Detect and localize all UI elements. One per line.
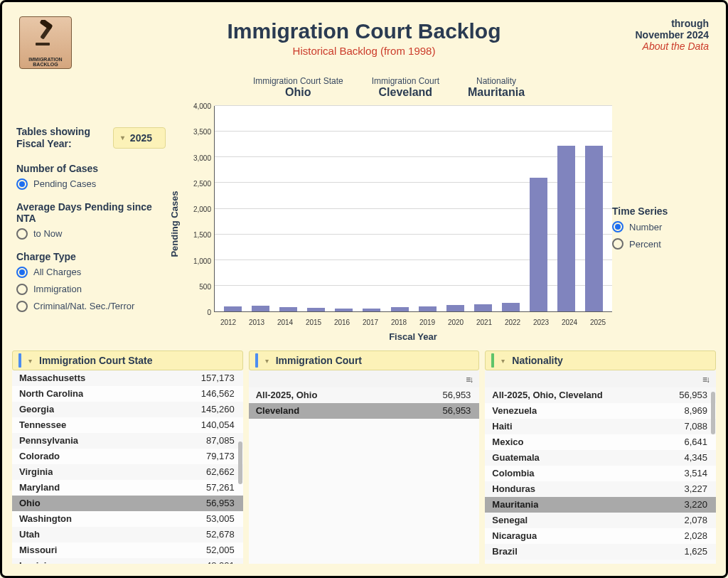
- x-tick: 2012: [214, 319, 242, 326]
- filter-nat-val: Mauritania: [468, 86, 525, 99]
- bar[interactable]: [252, 306, 269, 311]
- radio-to-now[interactable]: to Now: [16, 228, 166, 240]
- table-row[interactable]: Colombia3,514: [485, 466, 716, 481]
- table-row[interactable]: Guatemala4,345: [485, 450, 716, 466]
- data-date: November 2024: [635, 29, 709, 41]
- fiscal-year-select[interactable]: ▾ 2025: [113, 127, 166, 149]
- table-state-body[interactable]: Massachusetts157,173North Carolina146,56…: [12, 370, 243, 564]
- table-nationality-header[interactable]: ▾ Nationality: [485, 350, 716, 370]
- bar[interactable]: [391, 307, 409, 311]
- table-row[interactable]: Massachusetts157,173: [12, 370, 243, 386]
- bar[interactable]: [363, 309, 380, 311]
- radio-icon: [16, 301, 28, 312]
- row-name: All-2025, Ohio: [256, 390, 318, 400]
- row-name: Guatemala: [492, 452, 539, 463]
- table-row[interactable]: Pennsylvania87,085: [12, 433, 243, 449]
- header: IMMIGRATION BACKLOG Immigration Court Ba…: [2, 2, 726, 73]
- table-court-header[interactable]: ▾ Immigration Court: [249, 350, 480, 370]
- table-row[interactable]: Honduras3,227: [485, 481, 716, 497]
- table-row[interactable]: Colorado79,173: [12, 449, 243, 464]
- bar[interactable]: [419, 306, 437, 311]
- filter-state-val: Ohio: [253, 86, 343, 99]
- row-value: 57,261: [206, 482, 235, 493]
- radio-icon: [16, 228, 28, 240]
- table-row[interactable]: Senegal2,078: [485, 513, 716, 528]
- table-row[interactable]: Tennessee140,054: [12, 417, 243, 433]
- x-tick: 2024: [555, 319, 584, 326]
- row-name: Mexico: [492, 437, 523, 447]
- bar[interactable]: [279, 307, 297, 312]
- bar[interactable]: [585, 146, 603, 311]
- bar[interactable]: [335, 309, 353, 311]
- page-title: Immigration Court Backlog: [16, 19, 712, 43]
- table-court-body[interactable]: ≡↓ All-2025, Ohio56,953Cleveland56,953: [249, 370, 480, 564]
- row-value: 52,005: [206, 545, 235, 555]
- row-value: 6,641: [684, 437, 707, 447]
- color-tab-icon: [255, 353, 258, 368]
- chevron-down-icon: ▾: [265, 357, 269, 365]
- table-row[interactable]: Washington53,005: [12, 511, 243, 527]
- number-of-cases-heading: Number of Cases: [16, 163, 166, 174]
- table-row[interactable]: Mauritania3,220: [485, 497, 716, 513]
- table-row[interactable]: Haiti7,088: [485, 419, 716, 434]
- bar[interactable]: [307, 308, 325, 311]
- bar[interactable]: [446, 305, 464, 311]
- radio-all-charges[interactable]: All Charges: [16, 267, 166, 278]
- radio-icon: [612, 238, 623, 250]
- table-row[interactable]: Cleveland56,953: [249, 403, 480, 419]
- table-state-header[interactable]: ▾ Immigration Court State: [12, 350, 243, 370]
- bar[interactable]: [502, 303, 520, 311]
- bar[interactable]: [557, 146, 575, 311]
- table-row[interactable]: Nicaragua2,028: [485, 528, 716, 544]
- row-value: 87,085: [206, 435, 235, 446]
- x-tick: 2016: [328, 319, 356, 326]
- fiscal-year-label: Tables showing Fiscal Year:: [16, 126, 106, 150]
- x-tick: 2018: [385, 319, 413, 326]
- logo[interactable]: IMMIGRATION BACKLOG: [19, 16, 72, 69]
- sort-icon[interactable]: ≡↓: [466, 375, 472, 385]
- row-name: Georgia: [19, 404, 54, 414]
- table-row[interactable]: North Carolina146,562: [12, 386, 243, 402]
- radio-icon: [16, 284, 28, 295]
- scrollbar[interactable]: [238, 441, 242, 484]
- row-value: 146,562: [201, 388, 235, 399]
- table-row[interactable]: All-2025, Ohio56,953: [249, 387, 480, 403]
- radio-percent[interactable]: Percent: [612, 238, 712, 250]
- table-nationality-body[interactable]: ≡↓ All-2025, Ohio, Cleveland56,953Venezu…: [485, 370, 716, 564]
- radio-criminal[interactable]: Criminal/Nat. Sec./Terror: [16, 301, 166, 312]
- table-row[interactable]: Maryland57,261: [12, 480, 243, 496]
- radio-number[interactable]: Number: [612, 221, 712, 232]
- table-row[interactable]: Ohio56,953: [12, 496, 243, 511]
- table-row[interactable]: Louisiana48,001: [12, 558, 243, 564]
- y-tick: 2,500: [187, 179, 211, 187]
- bar[interactable]: [530, 178, 547, 311]
- x-tick: 2025: [584, 319, 612, 326]
- bar[interactable]: [474, 304, 492, 311]
- about-link[interactable]: About the Data: [635, 41, 709, 52]
- table-row[interactable]: Utah52,678: [12, 527, 243, 542]
- x-tick: 2022: [498, 319, 527, 326]
- table-row[interactable]: Virginia62,662: [12, 464, 243, 480]
- bar[interactable]: [224, 306, 242, 311]
- filter-state-head: Immigration Court State: [253, 76, 343, 86]
- charge-type-heading: Charge Type: [16, 251, 166, 262]
- radio-pending-cases[interactable]: Pending Cases: [16, 178, 166, 190]
- row-name: Louisiana: [19, 560, 63, 564]
- filter-nat-head: Nationality: [468, 76, 525, 86]
- radio-immigration[interactable]: Immigration: [16, 284, 166, 295]
- x-tick: 2013: [242, 319, 271, 326]
- table-row[interactable]: Mexico6,641: [485, 434, 716, 450]
- table-state: ▾ Immigration Court State Massachusetts1…: [12, 350, 243, 564]
- table-row[interactable]: Venezuela8,969: [485, 403, 716, 419]
- sort-icon[interactable]: ≡↓: [702, 375, 709, 385]
- x-tick: 2015: [299, 319, 328, 326]
- table-row[interactable]: Brazil1,625: [485, 544, 716, 560]
- row-value: 8,969: [684, 405, 707, 416]
- row-name: Cleveland: [256, 405, 299, 416]
- y-tick: 0: [187, 309, 211, 316]
- row-value: 145,260: [201, 404, 235, 414]
- table-row[interactable]: Missouri52,005: [12, 542, 243, 558]
- table-row[interactable]: All-2025, Ohio, Cleveland56,953: [485, 387, 716, 403]
- table-row[interactable]: Georgia145,260: [12, 402, 243, 417]
- scrollbar[interactable]: [711, 392, 715, 434]
